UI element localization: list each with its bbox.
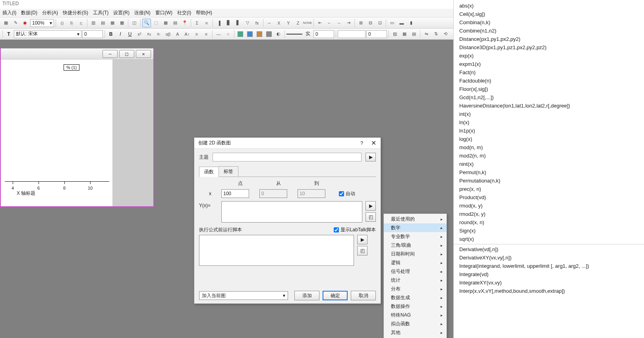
function-item[interactable]: rmod(x, y) — [454, 202, 644, 210]
function-item[interactable]: prec(x, n) — [454, 185, 644, 193]
yx-expand-button[interactable]: ◰ — [366, 212, 376, 222]
function-item[interactable]: log(x) — [454, 135, 644, 143]
font-tt-icon[interactable]: T — [4, 30, 13, 38]
context-menu-item[interactable]: 数学▸ — [384, 223, 447, 232]
tool-p3-icon[interactable]: ▮ — [407, 19, 416, 27]
italic-icon[interactable]: I — [116, 30, 125, 38]
close-button[interactable]: ✕ — [136, 50, 151, 58]
ok-button[interactable]: 确定 — [323, 291, 348, 300]
menu-data[interactable]: 数据(D) — [21, 10, 37, 16]
line-width-input[interactable]: 0 — [313, 30, 334, 38]
tool-stack-icon[interactable]: ≡ — [202, 19, 211, 27]
table2-icon[interactable]: ▤ — [410, 30, 418, 38]
context-menu-item[interactable]: 信号处理▸ — [384, 267, 447, 276]
theme-input[interactable] — [213, 153, 362, 161]
menu-social[interactable]: 社交(I) — [177, 10, 191, 16]
context-menu-item[interactable]: 特殊NAG▸ — [384, 311, 447, 319]
tab-function[interactable]: 函数 — [199, 167, 219, 177]
context-menu-item[interactable]: 日期和时间▸ — [384, 250, 447, 258]
context-menu-item[interactable]: 拟合函数▸ — [384, 319, 447, 328]
underline-icon[interactable]: U — [126, 30, 134, 38]
align-c-icon[interactable]: ≡ — [202, 30, 211, 38]
maximize-button[interactable]: □ — [119, 50, 134, 58]
function-item[interactable]: IntegrateXY(vx,vy) — [454, 278, 644, 287]
tool-table-icon[interactable]: ▤ — [171, 19, 180, 27]
function-item[interactable]: DerivativeXY(vx,vy[,n]) — [454, 254, 644, 262]
tool-fx-icon[interactable]: fx — [253, 19, 261, 27]
function-item[interactable]: Combina(n,k) — [454, 18, 644, 27]
color4-icon[interactable] — [265, 30, 273, 38]
script-expand-button[interactable]: ◰ — [357, 246, 367, 255]
sub-icon[interactable]: x₂ — [145, 30, 153, 38]
sup-icon[interactable]: x² — [135, 30, 144, 38]
function-item[interactable]: Ceil(x[,sig]) — [454, 10, 644, 18]
tool-zoom-icon[interactable]: 🔍 — [142, 19, 151, 27]
function-item[interactable]: nint(x) — [454, 160, 644, 168]
function-item[interactable]: Gcd(n1,n2[,...]) — [454, 93, 644, 102]
function-item[interactable]: ln1p(x) — [454, 127, 644, 135]
tool-nav4-icon[interactable]: ⇥ — [344, 19, 353, 27]
tool-a-icon[interactable]: ⎙ — [58, 19, 66, 27]
auto-checkbox[interactable]: 自动 — [339, 190, 355, 197]
tool-nav1-icon[interactable]: ⇤ — [315, 19, 324, 27]
tool-brush-icon[interactable]: ✎ — [11, 19, 20, 27]
x-axis-title[interactable]: X 轴标题 — [17, 190, 35, 197]
function-item[interactable]: Distance3D(px1,py1,pz1,px2,py2,pz2) — [454, 43, 644, 52]
function-item[interactable]: Sign(x) — [454, 227, 644, 235]
function-item[interactable]: mod2(n, m) — [454, 152, 644, 160]
yx-play-button[interactable]: ▶ — [366, 201, 376, 211]
tool-layout2-icon[interactable]: ▤ — [99, 19, 107, 27]
color1-icon[interactable] — [236, 30, 245, 38]
tool-bars2-icon[interactable]: ▊ — [224, 19, 233, 27]
function-item[interactable]: Combine(n1,n2) — [454, 27, 644, 35]
color3-icon[interactable] — [255, 30, 264, 38]
tool-none-icon[interactable]: NONE — [303, 19, 312, 27]
font-a-icon[interactable]: A — [173, 30, 182, 38]
tab-label[interactable]: 标签 — [219, 166, 238, 177]
function-item[interactable]: Factdouble(n) — [454, 77, 644, 85]
function-item[interactable]: mod(n, m) — [454, 143, 644, 152]
tool-m2-icon[interactable]: ⊟ — [366, 19, 375, 27]
align-l-icon[interactable]: ≡ — [192, 30, 201, 38]
num-input-3[interactable]: 0 — [366, 30, 387, 38]
function-item[interactable]: round(x, n) — [454, 218, 644, 227]
function-item[interactable]: Distance(px1,py1,px2,py2) — [454, 35, 644, 43]
tool-bars3-icon[interactable]: ▋ — [234, 19, 242, 27]
help-button[interactable]: ? — [360, 140, 363, 146]
tool-m1-icon[interactable]: ⊞ — [356, 19, 365, 27]
tool-b-icon[interactable]: ⎘ — [67, 19, 76, 27]
add-button[interactable]: 添加 — [294, 291, 319, 300]
tool-m3-icon[interactable]: ⊡ — [375, 19, 384, 27]
function-item[interactable]: HaversineDistance(lon1,lat1,lon2,lat2,r[… — [454, 102, 644, 110]
line-style-icon[interactable]: — — [214, 30, 223, 38]
function-item[interactable]: Derivative(vd[,n]) — [454, 245, 644, 254]
context-menu-item[interactable]: 逻辑▸ — [384, 258, 447, 267]
grid2-icon[interactable]: ▦ — [400, 30, 409, 38]
show-labtalk-checkbox[interactable]: 显示LabTalk脚本 — [334, 227, 376, 233]
tool-red-icon[interactable]: ◉ — [21, 19, 29, 27]
tool-grid-icon[interactable]: ▦ — [161, 19, 170, 27]
function-item[interactable]: Product(vd) — [454, 193, 644, 202]
tool-generic-icon[interactable]: ▦ — [2, 19, 10, 27]
greek-icon[interactable]: αβ — [164, 30, 172, 38]
function-item[interactable]: Floor(x[,sig]) — [454, 85, 644, 93]
function-item[interactable]: Permut(n,k) — [454, 168, 644, 177]
tool-layout3-icon[interactable]: ▦ — [108, 19, 117, 27]
cancel-button[interactable]: 取消 — [351, 291, 376, 300]
tool-chart1-icon[interactable]: ◫ — [130, 19, 139, 27]
function-item[interactable]: Integrate(vd) — [454, 270, 644, 278]
script-textarea[interactable] — [199, 235, 354, 266]
function-item[interactable]: int(x) — [454, 110, 644, 118]
tool-bars1-icon[interactable]: ▐ — [215, 19, 223, 27]
tool-z-icon[interactable]: Z — [294, 19, 302, 27]
script-play-button[interactable]: ▶ — [357, 235, 367, 244]
menu-window[interactable]: 窗口(W) — [155, 10, 172, 16]
yx-formula-input[interactable] — [221, 201, 362, 223]
font-size-input[interactable]: 0 — [82, 30, 103, 38]
tool-nav3-icon[interactable]: → — [335, 19, 343, 27]
tool-layout4-icon[interactable]: ▩ — [118, 19, 126, 27]
tool-layout1-icon[interactable]: ▥ — [89, 19, 98, 27]
tool-c-icon[interactable]: ⎌ — [77, 19, 85, 27]
tool-x-icon[interactable]: X — [275, 19, 283, 27]
bold-icon[interactable]: B — [106, 30, 115, 38]
